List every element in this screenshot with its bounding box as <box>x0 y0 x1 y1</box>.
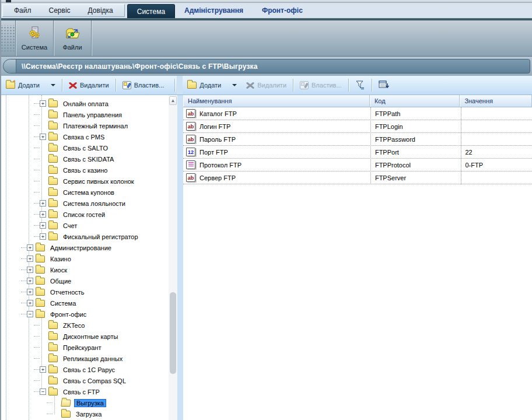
tree-item-label[interactable]: Панель управления <box>61 111 124 119</box>
grid-properties-button[interactable]: Властив... <box>296 78 346 93</box>
setting-value[interactable] <box>460 120 532 132</box>
tree-item[interactable]: +Система лояльности <box>1 198 169 209</box>
tree-item[interactable]: Связь с SKIDATA <box>1 153 169 164</box>
setting-code[interactable]: FTPProtocol <box>370 159 460 171</box>
tree-scrollbar[interactable]: ▲ <box>169 95 177 420</box>
scroll-up-icon[interactable]: ▲ <box>169 96 177 105</box>
tree-item-label[interactable]: Фискальный регистратор <box>61 233 140 241</box>
tree-item[interactable]: +Общие <box>1 275 169 286</box>
tree-delete-button[interactable]: Видалити <box>65 78 113 93</box>
grid-row[interactable]: Протокол FTPFTPProtocol0-FTP <box>183 159 532 172</box>
menu-file[interactable]: Файл <box>5 5 40 16</box>
tree-item[interactable]: Дисконтные карты <box>1 331 169 342</box>
tree-item[interactable]: +Киоск <box>1 264 169 275</box>
tree-item[interactable]: Сервис пивных колонок <box>1 176 169 187</box>
tree-item-label[interactable]: Загрузка <box>74 410 103 418</box>
tree-item[interactable]: Связь с Compas SQL <box>1 375 169 386</box>
tree-item[interactable]: +Список гостей <box>1 209 169 220</box>
tree-item-label[interactable]: Список гостей <box>61 211 107 219</box>
collapse-icon[interactable]: − <box>27 311 33 317</box>
sort-button[interactable] <box>374 78 393 93</box>
tree-item-label[interactable]: Дисконтные карты <box>61 332 120 341</box>
tree-properties-button[interactable]: Властив... <box>118 78 169 93</box>
tree-item[interactable]: Репликация данных <box>1 353 169 364</box>
grid-row[interactable]: abКаталог FTPFTPPath <box>183 107 532 120</box>
tree-item[interactable]: Загрузка <box>1 408 169 419</box>
expand-icon[interactable]: + <box>27 289 33 295</box>
filter-button[interactable] <box>351 78 369 93</box>
tree-item-label[interactable]: Связь с 1С Рарус <box>61 366 117 374</box>
tab-administration[interactable]: Адміністрування <box>175 4 253 18</box>
tree-item[interactable]: Связь с SALTO <box>1 142 169 153</box>
tree-add-button[interactable]: Додати <box>2 78 60 93</box>
system-button[interactable]: Система <box>16 20 53 56</box>
tree-item-label[interactable]: Платежный терминал <box>61 122 130 130</box>
grid-cell-name[interactable]: Протокол FTP <box>183 159 370 171</box>
collapse-icon[interactable]: − <box>40 388 46 395</box>
expand-icon[interactable]: + <box>40 211 46 218</box>
dropdown-arrow-icon[interactable] <box>232 84 237 86</box>
tree-item[interactable]: +Связь с 1С Рарус <box>1 364 169 375</box>
tree-item[interactable]: +Связка с PMS <box>1 131 169 142</box>
grid-row[interactable]: 12Порт FTPFTPPort22 <box>183 146 532 159</box>
expand-icon[interactable]: + <box>40 366 46 373</box>
grid-cell-name[interactable]: abКаталог FTP <box>183 107 370 120</box>
expand-icon[interactable]: + <box>27 300 33 306</box>
setting-code[interactable]: FTPPassword <box>370 133 460 145</box>
tree-item[interactable]: Прейскурант <box>1 342 169 353</box>
tree-item[interactable]: −Связь с FTP <box>1 386 169 397</box>
tree-item[interactable]: Связь с казино <box>1 164 169 176</box>
grid-cell-name[interactable]: abСервер FTP <box>183 172 370 184</box>
files-button[interactable]: Файли <box>54 20 91 56</box>
grid-add-button[interactable]: Додати <box>183 78 241 93</box>
tree-item[interactable]: +Фискальный регистратор <box>1 231 169 242</box>
setting-code[interactable]: FTPLogin <box>370 120 460 132</box>
tree-item-label[interactable]: Сервис пивных колонок <box>61 177 136 186</box>
grid-cell-name[interactable]: abЛогин FTP <box>183 120 370 132</box>
tree-item-label[interactable]: ZKTeco <box>61 321 86 330</box>
tree-item[interactable]: −Фронт-офис <box>1 309 169 320</box>
grid-row[interactable]: abСервер FTPFTPServer <box>183 172 532 184</box>
tree-item[interactable]: Выгрузка <box>1 397 169 408</box>
expand-icon[interactable]: + <box>27 278 33 284</box>
tree-item-label[interactable]: Связь с SALTO <box>61 144 110 152</box>
tree-item-label[interactable]: Связь с SKIDATA <box>61 155 116 163</box>
tree-item-label[interactable]: Репликация данных <box>61 355 124 363</box>
expand-icon[interactable]: + <box>40 134 46 140</box>
tree-item-label-selected[interactable]: Выгрузка <box>74 399 106 407</box>
grid-row[interactable]: abЛогин FTPFTPLogin <box>183 120 532 133</box>
grid-delete-button[interactable]: Видалити <box>242 78 290 93</box>
tree-item-label[interactable]: Связка с PMS <box>61 133 106 141</box>
tree-item-label[interactable]: Администрирование <box>48 244 113 252</box>
expand-icon[interactable]: + <box>27 267 33 273</box>
grid-column-header[interactable]: Значення <box>460 95 532 107</box>
panel-splitter[interactable] <box>177 95 183 420</box>
tree-item[interactable]: +Отчетность <box>1 286 169 298</box>
tree-item-label[interactable]: Система <box>48 299 78 307</box>
menu-help[interactable]: Довідка <box>79 5 122 16</box>
tree-item-label[interactable]: Прейскурант <box>61 344 103 352</box>
setting-code[interactable]: FTPServer <box>370 172 460 184</box>
setting-value[interactable] <box>460 172 532 184</box>
expand-icon[interactable]: + <box>40 233 46 240</box>
tree-item-label[interactable]: Связь с Compas SQL <box>61 377 128 385</box>
tree-item[interactable]: Система купонов <box>1 187 169 198</box>
setting-value[interactable]: 22 <box>460 146 532 158</box>
setting-code[interactable]: FTPPort <box>370 146 460 158</box>
toolbar-drag-handle[interactable] <box>1 25 15 51</box>
tree-item-label[interactable]: Счет <box>61 222 79 230</box>
tree-item[interactable]: +Онлайн оплата <box>1 98 169 109</box>
grid-cell-name[interactable]: 12Порт FTP <box>183 146 370 158</box>
tree-item[interactable]: +Администрирование <box>1 242 169 253</box>
tree-item-label[interactable]: Система купонов <box>61 188 116 197</box>
tree-item-label[interactable]: Отчетность <box>48 288 86 296</box>
tree-item[interactable]: ZKTeco <box>1 320 169 331</box>
setting-value[interactable] <box>460 133 532 145</box>
expand-icon[interactable]: + <box>27 256 33 262</box>
grid-column-header[interactable]: Найменування <box>183 95 370 107</box>
tree-item-label[interactable]: Онлайн оплата <box>61 100 110 108</box>
grid-column-header[interactable]: Код <box>370 95 460 107</box>
tree-item[interactable]: +Казино <box>1 253 169 264</box>
tree-item-label[interactable]: Система лояльности <box>61 200 127 208</box>
tree-item[interactable]: Панель управления <box>1 109 169 120</box>
